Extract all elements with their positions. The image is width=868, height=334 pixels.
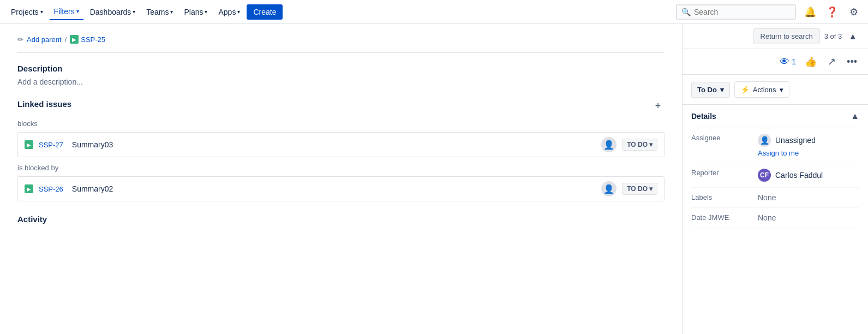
- blocks-label: blocks: [17, 120, 665, 128]
- top-navigation: Projects ▾ Filters ▾ Dashboards ▾ Teams …: [0, 0, 868, 24]
- issue-summary-ssp26: Summary02: [72, 184, 596, 193]
- activity-title: Activity: [17, 214, 665, 224]
- reporter-name-row: CF Carlos Faddul: [758, 169, 859, 182]
- date-jmwe-row: Date JMWE None: [691, 208, 859, 228]
- chevron-down-icon: ▾: [237, 9, 240, 15]
- date-jmwe-value[interactable]: None: [758, 213, 859, 222]
- issue-story-icon-2: ▶: [25, 184, 33, 193]
- view-count: 👁 1: [780, 56, 796, 68]
- nav-projects[interactable]: Projects ▾: [7, 4, 47, 20]
- assignee-name: Unassigned: [775, 136, 816, 145]
- right-panel: Return to search 3 of 3 ▲ 👁 1 👍 ↗ ••• To…: [683, 24, 868, 334]
- description-placeholder[interactable]: Add a description...: [17, 77, 665, 86]
- settings-icon[interactable]: ⚙: [846, 4, 861, 20]
- linked-issue-row-2: ▶ SSP-26 Summary02 👤 TO DO ▾: [17, 176, 665, 201]
- search-input[interactable]: [694, 8, 781, 16]
- edit-icon: ✏: [17, 35, 23, 44]
- details-title: Details: [691, 112, 716, 121]
- of-count-label: 3 of 3: [824, 32, 842, 40]
- issue-id-ssp27[interactable]: SSP-27: [39, 141, 63, 149]
- linked-issue-row: ▶ SSP-27 Summary03 👤 TO DO ▾: [17, 132, 665, 157]
- todo-label: To Do: [697, 86, 717, 94]
- chevron-down-icon: ▾: [649, 141, 653, 148]
- search-bar[interactable]: 🔍: [676, 4, 796, 20]
- search-icon: 🔍: [681, 8, 691, 16]
- nav-teams-label: Teams: [146, 8, 169, 16]
- breadcrumb-current: ▶ SSP-25: [70, 35, 105, 44]
- description-title: Description: [17, 64, 665, 73]
- issue-status-ssp27[interactable]: TO DO ▾: [622, 139, 657, 151]
- reporter-value: CF Carlos Faddul: [758, 169, 859, 182]
- left-panel: ✏ Add parent / ▶ SSP-25 Description Add …: [0, 24, 683, 334]
- date-jmwe-label: Date JMWE: [691, 213, 751, 222]
- actions-button[interactable]: ⚡ Actions ▾: [734, 81, 789, 98]
- eye-icon: 👁: [780, 56, 789, 68]
- like-button[interactable]: 👍: [803, 53, 819, 70]
- collapse-details-icon[interactable]: ▲: [851, 111, 859, 121]
- assignee-name-row: 👤 Unassigned: [758, 134, 859, 147]
- breadcrumb-divider: [17, 52, 665, 53]
- issue-story-icon: ▶: [25, 140, 33, 149]
- notifications-icon[interactable]: 🔔: [803, 4, 818, 20]
- details-header: Details ▲: [691, 105, 859, 128]
- create-button[interactable]: Create: [247, 4, 283, 20]
- chevron-down-icon: ▾: [40, 9, 43, 15]
- return-to-search-button[interactable]: Return to search: [753, 28, 820, 44]
- issue-summary-ssp27: Summary03: [72, 140, 596, 149]
- assignee-row: Assignee 👤 Unassigned Assign to me: [691, 128, 859, 163]
- breadcrumb-separator: /: [65, 35, 67, 44]
- nav-projects-label: Projects: [11, 8, 39, 16]
- nav-filters-label: Filters: [54, 7, 75, 16]
- add-parent-link[interactable]: Add parent: [27, 35, 62, 44]
- issue-status-ssp26[interactable]: TO DO ▾: [622, 183, 657, 195]
- assign-to-me-link[interactable]: Assign to me: [758, 149, 859, 157]
- nav-plans[interactable]: Plans ▾: [179, 4, 212, 20]
- chevron-down-icon-actions: ▾: [780, 86, 783, 94]
- lightning-icon: ⚡: [740, 85, 750, 94]
- chevron-down-icon: ▾: [170, 9, 173, 15]
- nav-dashboards[interactable]: Dashboards ▾: [86, 4, 140, 20]
- main-layout: ✏ Add parent / ▶ SSP-25 Description Add …: [0, 24, 868, 334]
- nav-apps-label: Apps: [218, 8, 236, 16]
- reporter-label: Reporter: [691, 169, 751, 177]
- linked-issues-header: Linked issues +: [17, 99, 665, 113]
- add-linked-issue-button[interactable]: +: [651, 100, 665, 113]
- assignee-label: Assignee: [691, 134, 751, 142]
- issue-id-ssp26[interactable]: SSP-26: [39, 185, 63, 193]
- assignee-value: 👤 Unassigned Assign to me: [758, 134, 859, 157]
- status-actions-bar: To Do ▾ ⚡ Actions ▾: [683, 75, 868, 105]
- reporter-row: Reporter CF Carlos Faddul: [691, 163, 859, 188]
- nav-plans-label: Plans: [184, 8, 203, 16]
- todo-status-button[interactable]: To Do ▾: [691, 82, 730, 98]
- arrow-up-button[interactable]: ▲: [846, 31, 859, 43]
- issue-assignee-icon-2: 👤: [601, 181, 616, 196]
- labels-value[interactable]: None: [758, 193, 859, 202]
- linked-issues-title: Linked issues: [17, 99, 71, 109]
- help-icon[interactable]: ❓: [824, 4, 840, 20]
- share-button[interactable]: ↗: [825, 53, 838, 70]
- nav-teams[interactable]: Teams ▾: [142, 4, 177, 20]
- chevron-down-icon-2: ▾: [649, 185, 653, 193]
- details-panel: Details ▲ Assignee 👤 Unassigned Assign t…: [683, 105, 868, 228]
- view-count-number: 1: [792, 57, 796, 66]
- reporter-name: Carlos Faddul: [775, 171, 823, 180]
- action-bar: 👁 1 👍 ↗ •••: [683, 49, 868, 75]
- breadcrumb: ✏ Add parent / ▶ SSP-25: [17, 35, 665, 44]
- story-icon: ▶: [70, 35, 79, 44]
- chevron-down-icon: ▾: [133, 9, 135, 15]
- nav-apps[interactable]: Apps ▾: [214, 4, 244, 20]
- nav-dashboards-label: Dashboards: [90, 8, 131, 16]
- actions-label: Actions: [753, 86, 776, 94]
- chevron-down-icon-todo: ▾: [720, 86, 724, 94]
- nav-icon-group: 🔔 ❓ ⚙: [803, 4, 861, 20]
- navigation-arrows: ▲: [846, 31, 859, 43]
- more-options-button[interactable]: •••: [845, 54, 859, 70]
- nav-filters[interactable]: Filters ▾: [50, 4, 83, 20]
- issue-id-breadcrumb[interactable]: SSP-25: [81, 35, 105, 44]
- chevron-down-icon: ▾: [76, 8, 79, 14]
- chevron-down-icon: ▾: [205, 9, 207, 15]
- issue-assignee-icon: 👤: [601, 137, 616, 152]
- return-to-search-bar: Return to search 3 of 3 ▲: [683, 24, 868, 49]
- reporter-avatar: CF: [758, 169, 771, 182]
- labels-label: Labels: [691, 193, 751, 201]
